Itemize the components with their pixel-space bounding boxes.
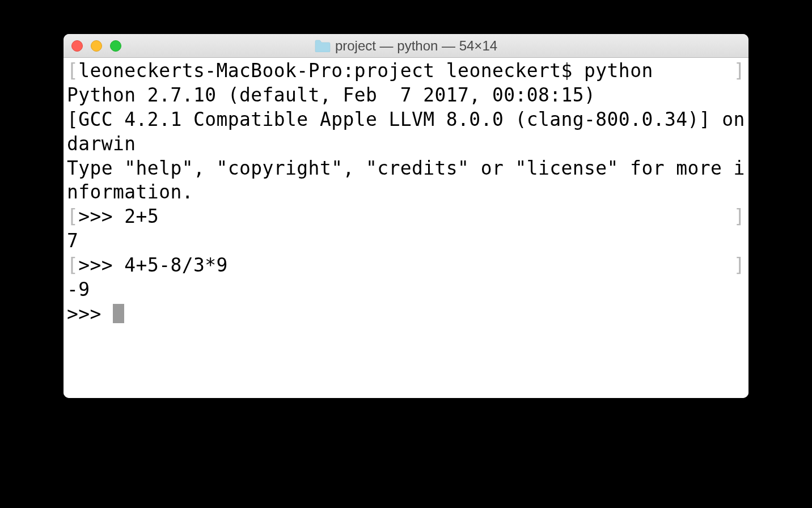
window-titlebar[interactable]: project — python — 54×14	[64, 34, 748, 58]
terminal-line: -9	[67, 278, 745, 302]
terminal-line: [GCC 4.2.1 Compatible Apple LLVM 8.0.0 (…	[67, 108, 745, 156]
bracket-icon: ]	[734, 205, 745, 229]
bracket-icon: [	[67, 205, 78, 227]
terminal-text: 7	[67, 230, 78, 252]
terminal-window: project — python — 54×14 [leoneckerts-Ma…	[64, 34, 748, 398]
terminal-text: Type "help", "copyright", "credits" or "…	[67, 157, 745, 204]
terminal-text: [GCC 4.2.1 Compatible Apple LLVM 8.0.0 (…	[67, 108, 748, 155]
terminal-text: >>> 2+5	[78, 205, 159, 227]
terminal-line: [>>> 2+5]	[67, 205, 745, 229]
terminal-output[interactable]: [leoneckerts-MacBook-Pro:project leoneck…	[64, 58, 748, 398]
terminal-text: >>> 4+5-8/3*9	[78, 254, 227, 276]
cursor-block	[113, 304, 124, 323]
terminal-line: Python 2.7.10 (default, Feb 7 2017, 00:0…	[67, 83, 745, 108]
terminal-line: [>>> 4+5-8/3*9]	[67, 253, 745, 278]
folder-icon	[315, 40, 331, 52]
terminal-text: leoneckerts-MacBook-Pro:project leonecke…	[78, 60, 653, 82]
minimize-button[interactable]	[91, 40, 102, 52]
terminal-line: [leoneckerts-MacBook-Pro:project leoneck…	[67, 59, 745, 83]
terminal-text: >>>	[67, 303, 113, 325]
close-button[interactable]	[71, 40, 83, 52]
bracket-icon: ]	[734, 59, 745, 83]
terminal-line: >>>	[67, 302, 745, 327]
terminal-line: 7	[67, 229, 745, 253]
window-title: project — python — 54×14	[64, 38, 748, 54]
bracket-icon: [	[67, 60, 78, 82]
bracket-icon: [	[67, 254, 78, 276]
zoom-button[interactable]	[110, 40, 121, 52]
window-controls	[71, 40, 121, 52]
terminal-line: Type "help", "copyright", "credits" or "…	[67, 156, 745, 205]
terminal-text: Python 2.7.10 (default, Feb 7 2017, 00:0…	[67, 84, 595, 106]
window-title-text: project — python — 54×14	[335, 38, 497, 54]
terminal-text: -9	[67, 278, 90, 300]
bracket-icon: ]	[734, 253, 745, 278]
